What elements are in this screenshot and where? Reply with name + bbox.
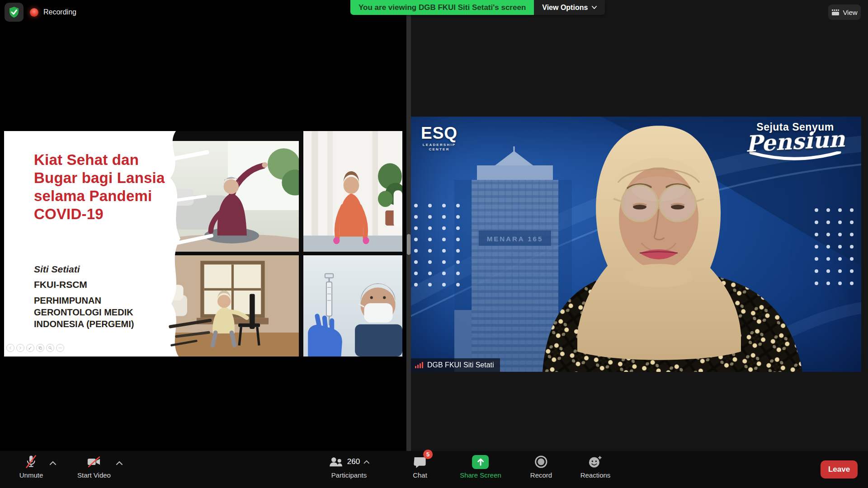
chat-button[interactable]: 5 Chat <box>413 453 427 479</box>
esq-logo: ESQ LEADERSHIP CENTER <box>421 125 458 152</box>
pane-divider <box>406 0 411 451</box>
record-button[interactable]: Record <box>530 453 552 479</box>
divider-drag-handle[interactable] <box>407 234 410 255</box>
participant-name: DGB FKUI Siti Setati <box>427 361 494 369</box>
top-left-status: Recording <box>5 3 76 22</box>
gallery-view-icon <box>831 9 840 16</box>
slide-photo-grid <box>157 131 402 357</box>
esq-logo-title: ESQ <box>421 125 458 141</box>
unmute-button[interactable]: Unmute <box>19 453 43 479</box>
photo-chair-exercise <box>157 255 299 357</box>
view-button-label: View <box>843 9 857 16</box>
pensiun-logo: Sejuta Senyum Pensiun <box>741 121 849 164</box>
start-video-label: Start Video <box>77 471 111 479</box>
slide-zoom-button[interactable] <box>46 344 54 352</box>
slide-title: Kiat Sehat dan Bugar bagi Lansia selama … <box>34 151 188 223</box>
pensiun-logo-line2: Pensiun <box>741 129 850 155</box>
recording-dot-icon <box>30 8 38 17</box>
meeting-info-button[interactable] <box>5 3 24 22</box>
slide-pen-button[interactable] <box>26 344 34 352</box>
chat-unread-badge: 5 <box>423 450 433 459</box>
start-video-button[interactable]: Start Video <box>77 453 111 479</box>
view-options-label: View Options <box>542 4 588 12</box>
photo-women-dumbbells <box>303 131 402 252</box>
chat-label: Chat <box>413 471 427 479</box>
view-options-button[interactable]: View Options <box>534 0 605 15</box>
camera-off-icon <box>86 456 102 468</box>
participants-button[interactable]: 260 Participants <box>328 453 370 479</box>
screen-share-banner: You are viewing DGB FKUI Siti Setati's s… <box>350 0 605 15</box>
security-shield-icon <box>9 6 19 18</box>
participants-icon <box>328 456 344 468</box>
unmute-label: Unmute <box>19 471 43 479</box>
presentation-controls <box>6 344 64 352</box>
audio-options-caret[interactable] <box>49 459 57 467</box>
leave-button[interactable]: Leave <box>821 460 858 479</box>
slide-copy-button[interactable] <box>36 344 44 352</box>
share-screen-icon <box>472 455 489 469</box>
meeting-toolbar: Unmute Start Video <box>0 451 868 488</box>
slide-more-button[interactable] <box>56 344 64 352</box>
participants-caret-icon[interactable] <box>363 460 370 464</box>
speaker-video: MENARA 165 <box>411 117 861 372</box>
presentation-slide: Kiat Sehat dan Bugar bagi Lansia selama … <box>4 131 402 357</box>
signal-strength-icon <box>415 362 423 368</box>
view-button[interactable]: View <box>828 5 861 20</box>
slide-affiliation: FKUI-RSCM <box>34 279 87 290</box>
recording-indicator: Recording <box>30 8 76 17</box>
participants-label: Participants <box>331 471 367 479</box>
record-icon <box>534 455 548 469</box>
microphone-muted-icon <box>24 455 38 469</box>
banner-message: You are viewing DGB FKUI Siti Setati's s… <box>350 0 534 15</box>
recording-label: Recording <box>43 8 76 16</box>
video-options-caret[interactable] <box>116 459 123 467</box>
esq-logo-subtitle: LEADERSHIP CENTER <box>421 143 458 152</box>
record-label: Record <box>530 471 552 479</box>
slide-next-button[interactable] <box>16 344 24 352</box>
slide-prev-button[interactable] <box>6 344 14 352</box>
zoom-meeting-window: Recording You are viewing DGB FKUI Siti … <box>0 0 868 488</box>
leave-label: Leave <box>828 465 850 474</box>
participants-count: 260 <box>347 457 360 466</box>
reactions-smiley-icon <box>588 455 603 469</box>
participant-name-tag: DGB FKUI Siti Setati <box>411 358 500 372</box>
slide-author: Siti Setiati <box>34 264 80 275</box>
chevron-down-icon <box>592 6 597 9</box>
reactions-label: Reactions <box>580 471 611 479</box>
share-screen-label: Share Screen <box>460 471 501 479</box>
slide-organization: PERHIMPUNAN GERONTOLOGI MEDIK INDONESIA … <box>34 295 134 330</box>
photo-vaccination <box>303 255 402 357</box>
share-screen-button[interactable]: Share Screen <box>460 453 501 479</box>
reactions-button[interactable]: Reactions <box>580 453 611 479</box>
